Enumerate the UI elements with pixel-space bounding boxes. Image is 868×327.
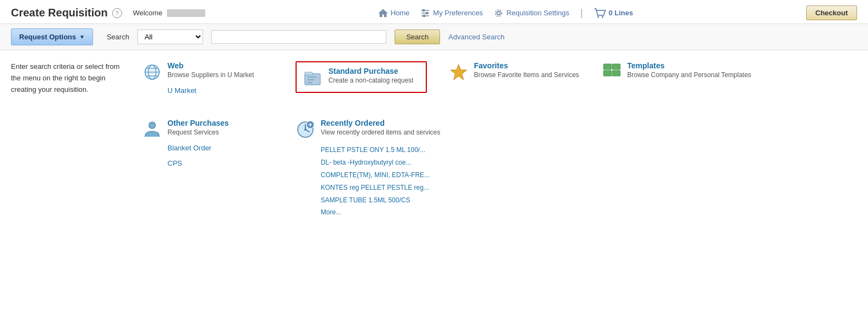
svg-point-16 xyxy=(145,65,159,79)
recently-ordered-text: Recently Ordered View recently ordered i… xyxy=(321,119,441,136)
umarket-link[interactable]: U Market xyxy=(142,84,274,97)
toolbar-row: Request Options ▼ Search All Search Adva… xyxy=(0,24,868,50)
request-options-label: Request Options xyxy=(19,33,76,41)
recently-ordered-icon xyxy=(296,120,315,139)
help-icon[interactable]: ? xyxy=(112,8,122,18)
home-icon xyxy=(378,9,388,17)
templates-subtitle: Browse Company and Personal Templates xyxy=(627,71,751,79)
other-purchases-icon xyxy=(142,120,162,139)
svg-point-9 xyxy=(597,16,599,17)
svg-point-7 xyxy=(497,11,500,15)
web-option-section: Web Browse Suppliers in U Market U Marke… xyxy=(142,61,274,97)
welcome-label: Welcome xyxy=(133,9,163,17)
settings-icon xyxy=(494,8,504,18)
search-category-select[interactable]: All xyxy=(137,30,203,44)
search-button[interactable]: Search xyxy=(395,30,440,44)
svg-rect-25 xyxy=(604,71,611,76)
left-description: Enter search criteria or select from the… xyxy=(11,61,131,219)
svg-rect-23 xyxy=(604,64,611,69)
web-option-text: Web Browse Suppliers in U Market xyxy=(167,61,254,79)
web-option-header: Web Browse Suppliers in U Market xyxy=(142,61,274,82)
preferences-nav-label: My Preferences xyxy=(433,9,483,17)
svg-rect-19 xyxy=(307,77,317,78)
request-options-button[interactable]: Request Options ▼ xyxy=(11,28,93,45)
settings-nav-item[interactable]: Requisition Settings xyxy=(494,8,569,18)
favorites-icon xyxy=(449,62,468,82)
page-title: Create Requisition xyxy=(11,7,108,19)
blanket-order-link[interactable]: Blanket Order xyxy=(142,142,274,154)
svg-point-31 xyxy=(304,129,306,131)
search-input[interactable] xyxy=(211,30,386,44)
advanced-search-link[interactable]: Advanced Search xyxy=(448,33,505,41)
svg-rect-20 xyxy=(307,79,315,80)
recently-ordered-subtitle: View recently ordered items and services xyxy=(321,129,441,136)
other-purchases-text: Other Purchases Request Services xyxy=(167,119,229,136)
favorites-title[interactable]: Favorites xyxy=(474,61,508,70)
cps-link[interactable]: CPS xyxy=(142,157,274,170)
svg-point-10 xyxy=(601,16,603,17)
main-nav: Home My Preferences Requisition Settings… xyxy=(378,7,633,19)
recently-ordered-item-5[interactable]: SAMPLE TUBE 1.5ML 500/CS xyxy=(321,194,460,207)
cart-nav-item[interactable]: 0 Lines xyxy=(594,8,633,18)
options-grid: Web Browse Suppliers in U Market U Marke… xyxy=(142,61,857,219)
templates-icon xyxy=(602,62,622,82)
web-option-title[interactable]: Web xyxy=(167,61,183,70)
svg-rect-26 xyxy=(612,71,620,76)
web-option-subtitle: Browse Suppliers in U Market xyxy=(167,71,254,79)
svg-rect-21 xyxy=(307,82,313,83)
favorites-section: Favorites Browse Favorite Items and Serv… xyxy=(449,61,580,97)
recently-ordered-items: PELLET PSTLE ONY 1.5 ML 100/... DL- beta… xyxy=(296,144,460,219)
recently-ordered-title[interactable]: Recently Ordered xyxy=(321,119,385,127)
recently-ordered-header: Recently Ordered View recently ordered i… xyxy=(296,119,460,139)
recently-ordered-section: Recently Ordered View recently ordered i… xyxy=(296,119,460,219)
standard-purchase-subtitle: Create a non-catalog request xyxy=(328,77,413,84)
user-name-placeholder xyxy=(167,9,205,17)
preferences-icon xyxy=(420,8,430,18)
templates-section: Templates Browse Company and Personal Te… xyxy=(602,61,751,97)
other-purchases-title[interactable]: Other Purchases xyxy=(167,119,229,127)
dropdown-arrow-icon: ▼ xyxy=(79,34,85,40)
svg-point-4 xyxy=(423,9,425,11)
recently-ordered-item-4[interactable]: KONTES reg PELLET PESTLE reg... xyxy=(321,182,460,194)
home-nav-item[interactable]: Home xyxy=(378,9,410,17)
svg-point-8 xyxy=(495,10,502,16)
cart-icon xyxy=(594,8,606,18)
other-purchases-section: Other Purchases Request Services Blanket… xyxy=(142,119,274,219)
recently-ordered-more-link[interactable]: More... xyxy=(321,206,460,219)
svg-rect-18 xyxy=(305,72,313,75)
cart-label: 0 Lines xyxy=(609,9,633,17)
svg-marker-22 xyxy=(450,65,467,80)
settings-nav-label: Requisition Settings xyxy=(506,9,569,17)
recently-ordered-item-2[interactable]: DL- beta -Hydroxybutyryl coe... xyxy=(321,156,460,169)
svg-point-6 xyxy=(423,14,426,17)
svg-marker-0 xyxy=(379,9,387,17)
welcome-area: Welcome xyxy=(133,9,205,17)
nav-separator: | xyxy=(580,7,583,19)
top-header: Create Requisition ? Welcome Home My Pre… xyxy=(0,0,868,24)
templates-header: Templates Browse Company and Personal Te… xyxy=(602,61,751,82)
standard-purchase-text: Standard Purchase Create a non-catalog r… xyxy=(328,67,413,84)
standard-purchase-icon xyxy=(303,68,323,87)
favorites-text: Favorites Browse Favorite Items and Serv… xyxy=(474,61,579,79)
svg-rect-24 xyxy=(612,64,620,69)
favorites-subtitle: Browse Favorite Items and Services xyxy=(474,71,579,79)
svg-point-27 xyxy=(149,122,155,129)
preferences-nav-item[interactable]: My Preferences xyxy=(420,8,483,18)
main-content: Enter search criteria or select from the… xyxy=(0,50,868,230)
standard-purchase-title[interactable]: Standard Purchase xyxy=(328,67,398,75)
home-nav-label: Home xyxy=(391,9,410,17)
standard-purchase-section: Standard Purchase Create a non-catalog r… xyxy=(296,61,427,97)
recently-ordered-item-1[interactable]: PELLET PSTLE ONY 1.5 ML 100/... xyxy=(321,144,460,156)
checkout-button[interactable]: Checkout xyxy=(806,5,857,20)
svg-point-5 xyxy=(426,11,429,14)
favorites-header: Favorites Browse Favorite Items and Serv… xyxy=(449,61,580,82)
other-purchases-subtitle: Request Services xyxy=(167,129,229,136)
recently-ordered-item-3[interactable]: COMPLETE(TM), MINI, EDTA-FRE... xyxy=(321,169,460,182)
standard-purchase-box: Standard Purchase Create a non-catalog r… xyxy=(296,61,427,93)
templates-title[interactable]: Templates xyxy=(627,61,664,70)
web-icon xyxy=(142,62,162,82)
search-label: Search xyxy=(107,33,129,41)
other-purchases-header: Other Purchases Request Services xyxy=(142,119,274,139)
templates-text: Templates Browse Company and Personal Te… xyxy=(627,61,751,79)
